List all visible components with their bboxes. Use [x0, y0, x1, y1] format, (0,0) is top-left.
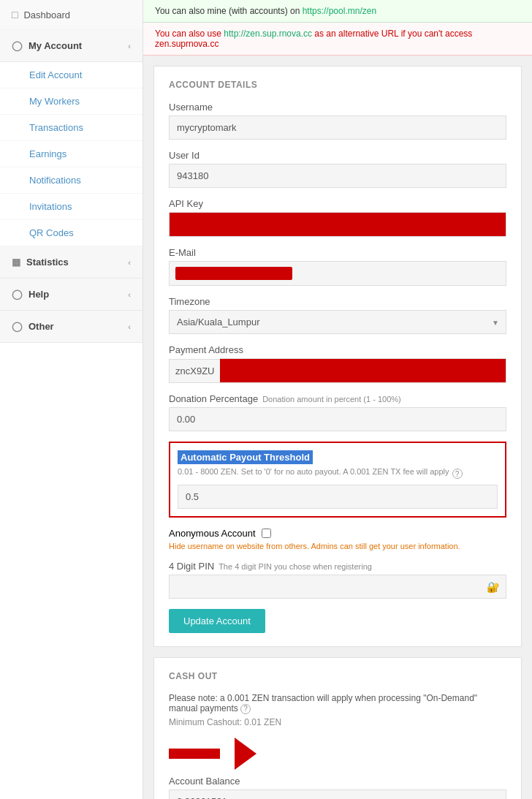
payment-address-container: zncX9ZU [169, 358, 506, 383]
sidebar-item-qr-codes[interactable]: QR Codes [0, 220, 142, 246]
anonymous-checkbox-row: Anonymous Account [169, 528, 506, 539]
balance-field-group: Account Balance [169, 776, 506, 800]
username-input[interactable] [169, 116, 506, 140]
username-label: Username [169, 102, 506, 113]
pin-visibility-icon[interactable]: 🔐 [487, 581, 499, 593]
pin-field-group: 4 Digit PIN The 4 digit PIN you chose wh… [169, 561, 506, 599]
sidebar-item-invitations[interactable]: Invitations [0, 194, 142, 220]
api-key-label: API Key [169, 198, 506, 209]
pin-label: 4 Digit PIN The 4 digit PIN you chose wh… [169, 561, 506, 572]
anonymous-field-group: Anonymous Account Hide username on websi… [169, 528, 506, 550]
sidebar-item-dashboard[interactable]: □ Dashboard [0, 0, 142, 30]
payment-address-label: Payment Address [169, 344, 506, 355]
payment-address-redacted [220, 358, 506, 383]
email-field-group: E-Mail [169, 247, 506, 286]
pin-input-wrapper: 🔐 [169, 575, 506, 599]
sidebar: □ Dashboard ◯ My Account ‹ Edit Account … [0, 0, 143, 799]
notice-red: You can also use http://zen.sup.rnova.cc… [143, 23, 532, 56]
arrow-head [235, 738, 308, 770]
help-icon: ◯ [12, 289, 23, 300]
pool-link[interactable]: https://pool.mn/zen [303, 6, 376, 16]
auto-payout-box: Automatic Payout Threshold 0.01 - 8000 Z… [169, 442, 506, 518]
pin-hint: The 4 digit PIN you chose when registeri… [218, 562, 372, 571]
arrow-graphic [169, 738, 506, 770]
statistics-icon: ▩ [12, 257, 20, 268]
auto-payout-hint: 0.01 - 8000 ZEN. Set to '0' for no auto … [178, 467, 449, 476]
balance-input [169, 789, 506, 800]
api-key-redacted [169, 212, 506, 237]
anonymous-hint: Hide username on website from others. Ad… [169, 542, 506, 550]
chevron-left-icon-stats: ‹ [128, 258, 131, 267]
anonymous-checkbox[interactable] [262, 529, 271, 538]
cash-out-card: CASH OUT Please note: a 0.001 ZEN transa… [153, 657, 522, 799]
cash-out-title: CASH OUT [169, 671, 506, 681]
timezone-label: Timezone [169, 296, 506, 307]
sidebar-item-statistics[interactable]: ▩ Statistics ‹ [0, 246, 142, 279]
cashout-note: Please note: a 0.001 ZEN transaction wil… [169, 693, 506, 714]
auto-payout-input[interactable] [178, 485, 498, 509]
anonymous-label: Anonymous Account [169, 528, 256, 539]
auto-payout-help-icon[interactable]: ? [452, 469, 463, 479]
donation-input[interactable] [169, 407, 506, 431]
main-content: You can also mine (with accounts) on htt… [143, 0, 532, 799]
username-field-group: Username [169, 102, 506, 140]
sidebar-item-earnings[interactable]: Earnings [0, 141, 142, 167]
arrow-tail [169, 749, 220, 759]
chevron-left-icon-help: ‹ [128, 290, 131, 299]
email-field-container [169, 261, 506, 286]
alt-url-link[interactable]: http://zen.sup.rnova.cc [224, 29, 312, 39]
sidebar-item-help[interactable]: ◯ Help ‹ [0, 279, 142, 311]
sidebar-item-notifications[interactable]: Notifications [0, 167, 142, 194]
email-label: E-Mail [169, 247, 506, 258]
payment-address-field-group: Payment Address zncX9ZU [169, 344, 506, 383]
timezone-select-wrapper: Asia/Kuala_Lumpur [169, 310, 506, 334]
balance-label: Account Balance [169, 776, 506, 787]
chevron-left-icon: ‹ [128, 42, 131, 50]
donation-field-group: Donation Percentage Donation amount in p… [169, 393, 506, 431]
sidebar-item-my-account[interactable]: ◯ My Account ‹ [0, 30, 142, 62]
chevron-left-icon-other: ‹ [128, 322, 131, 331]
email-redacted [175, 267, 292, 280]
timezone-field-group: Timezone Asia/Kuala_Lumpur [169, 296, 506, 334]
api-key-field-group: API Key [169, 198, 506, 237]
update-account-button[interactable]: Update Account [169, 609, 265, 633]
account-icon: ◯ [12, 40, 23, 51]
payment-address-prefix: zncX9ZU [169, 359, 220, 383]
auto-payout-label: Automatic Payout Threshold [178, 450, 313, 464]
account-details-title: ACCOUNT DETAILS [169, 80, 506, 90]
sidebar-item-my-workers[interactable]: My Workers [0, 88, 142, 115]
pin-input[interactable] [169, 575, 506, 599]
user-id-input[interactable] [169, 164, 506, 188]
user-id-label: User Id [169, 150, 506, 161]
other-icon: ◯ [12, 321, 23, 332]
cashout-min: Minimum Cashout: 0.01 ZEN [169, 717, 506, 727]
donation-hint: Donation amount in percent (1 - 100%) [262, 395, 401, 404]
sidebar-item-edit-account[interactable]: Edit Account [0, 62, 142, 88]
user-id-field-group: User Id [169, 150, 506, 188]
notice-green: You can also mine (with accounts) on htt… [143, 0, 532, 23]
dashboard-icon: □ [12, 9, 18, 20]
cashout-note-help-icon[interactable]: ? [240, 704, 251, 714]
sidebar-item-other[interactable]: ◯ Other ‹ [0, 311, 142, 343]
donation-label: Donation Percentage Donation amount in p… [169, 393, 506, 404]
sidebar-item-transactions[interactable]: Transactions [0, 115, 142, 141]
account-details-card: ACCOUNT DETAILS Username User Id API Key… [153, 66, 522, 647]
timezone-select[interactable]: Asia/Kuala_Lumpur [169, 310, 506, 334]
